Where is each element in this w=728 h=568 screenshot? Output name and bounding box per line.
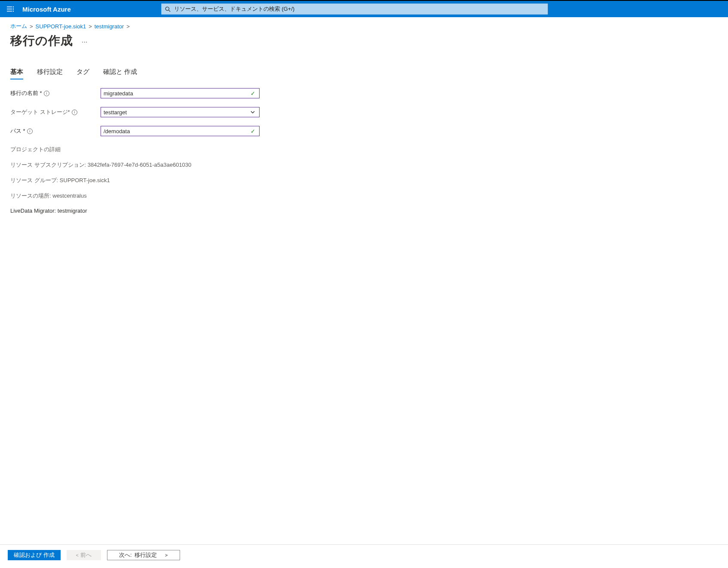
detail-subscription-label: リソース サブスクリプション: [10, 162, 86, 168]
main-content: ホーム > SUPPORT-joe.siok1 > testmigrator >… [0, 17, 728, 544]
tab-review-create[interactable]: 確認と 作成 [103, 66, 137, 79]
check-icon: ✓ [249, 128, 257, 134]
input-path[interactable]: ✓ [101, 126, 260, 136]
search-placeholder: リソース、サービス、ドキュメントの検索 (G+/) [174, 5, 295, 13]
svg-line-7 [168, 10, 170, 12]
brand-label: Microsoft Azure [21, 6, 75, 13]
section-project-details: プロジェクトの詳細 [10, 146, 363, 153]
chevron-down-icon [249, 110, 257, 115]
next-button[interactable]: 次へ: 移行設定 > [107, 550, 180, 560]
select-target-storage-field[interactable] [104, 109, 249, 116]
breadcrumb: ホーム > SUPPORT-joe.siok1 > testmigrator > [10, 22, 718, 30]
row-path: パス * i ✓ [10, 126, 363, 136]
input-migration-name-field[interactable] [104, 90, 249, 97]
row-migration-name: 移行の名前 * i ✓ [10, 88, 363, 98]
detail-location-value: westcentralus [52, 192, 86, 199]
info-icon[interactable]: i [27, 128, 33, 134]
next-button-target: 移行設定 [135, 551, 157, 559]
page-title: 移行の作成 [10, 33, 73, 49]
check-icon: ✓ [249, 90, 257, 97]
more-actions-button[interactable]: ··· [80, 37, 89, 48]
input-migration-name[interactable]: ✓ [101, 88, 260, 98]
info-icon[interactable]: i [44, 91, 49, 96]
svg-point-5 [13, 11, 13, 11]
detail-resource-group-value: SUPPORT-joe.sick1 [60, 177, 110, 183]
select-target-storage[interactable] [101, 107, 260, 117]
review-and-create-button[interactable]: 確認および 作成 [8, 550, 61, 560]
footer-actions: 確認および 作成 < 前へ 次へ: 移行設定 > [0, 544, 728, 568]
hamburger-icon [7, 6, 14, 12]
chevron-left-icon: < [76, 553, 79, 558]
chevron-right-icon: > [30, 23, 33, 30]
label-migration-name: 移行の名前 * i [10, 89, 101, 97]
tabs: 基本 移行設定 タグ 確認と 作成 [10, 66, 718, 79]
detail-migrator: LiveData Migrator: testmigrator [10, 208, 363, 214]
hamburger-menu-button[interactable] [0, 0, 21, 18]
tab-basic[interactable]: 基本 [10, 66, 23, 79]
chevron-right-icon: > [89, 23, 92, 30]
label-path: パス * i [10, 127, 101, 135]
search-icon [165, 6, 171, 12]
breadcrumb-group[interactable]: SUPPORT-joe.siok1 [36, 23, 86, 30]
chevron-right-icon: > [165, 553, 168, 558]
form-area: 移行の名前 * i ✓ ターゲット ストレージ* i パス * [10, 88, 363, 214]
detail-resource-group-label: リソース グループ: [10, 177, 58, 183]
detail-location: リソースの場所: westcentralus [10, 192, 363, 200]
page-title-row: 移行の作成 ··· [10, 33, 718, 49]
search-wrap: リソース、サービス、ドキュメントの検索 (G+/) [75, 3, 728, 15]
detail-location-label: リソースの場所: [10, 192, 51, 199]
label-target-storage-text: ターゲット ストレージ* [10, 108, 70, 116]
top-header: Microsoft Azure リソース、サービス、ドキュメントの検索 (G+/… [0, 0, 728, 17]
breadcrumb-resource[interactable]: testmigrator [95, 23, 124, 30]
label-target-storage: ターゲット ストレージ* i [10, 108, 101, 116]
svg-point-3 [13, 6, 13, 7]
detail-migrator-label: LiveData Migrator: [10, 208, 56, 214]
tab-migration-settings[interactable]: 移行設定 [37, 66, 63, 79]
next-button-prefix: 次へ: [119, 551, 132, 559]
previous-button[interactable]: < 前へ [67, 550, 101, 560]
info-icon[interactable]: i [72, 110, 77, 115]
global-search-input[interactable]: リソース、サービス、ドキュメントの検索 (G+/) [161, 3, 548, 15]
breadcrumb-home[interactable]: ホーム [10, 22, 27, 30]
svg-point-6 [165, 7, 169, 10]
label-migration-name-text: 移行の名前 * [10, 89, 42, 97]
detail-resource-group: リソース グループ: SUPPORT-joe.sick1 [10, 177, 363, 184]
input-path-field[interactable] [104, 128, 249, 134]
label-path-text: パス * [10, 127, 25, 135]
detail-subscription: リソース サブスクリプション: 3842fefa-7697-4e7d-6051-… [10, 161, 363, 169]
detail-migrator-value: testmigrator [58, 208, 87, 214]
chevron-right-icon: > [126, 23, 130, 30]
previous-button-label: 前へ [80, 551, 92, 559]
tab-tags[interactable]: タグ [76, 66, 89, 79]
svg-point-4 [13, 9, 13, 9]
detail-subscription-value: 3842fefa-7697-4e7d-6051-a5a3ae601030 [88, 162, 191, 168]
row-target-storage: ターゲット ストレージ* i [10, 107, 363, 117]
